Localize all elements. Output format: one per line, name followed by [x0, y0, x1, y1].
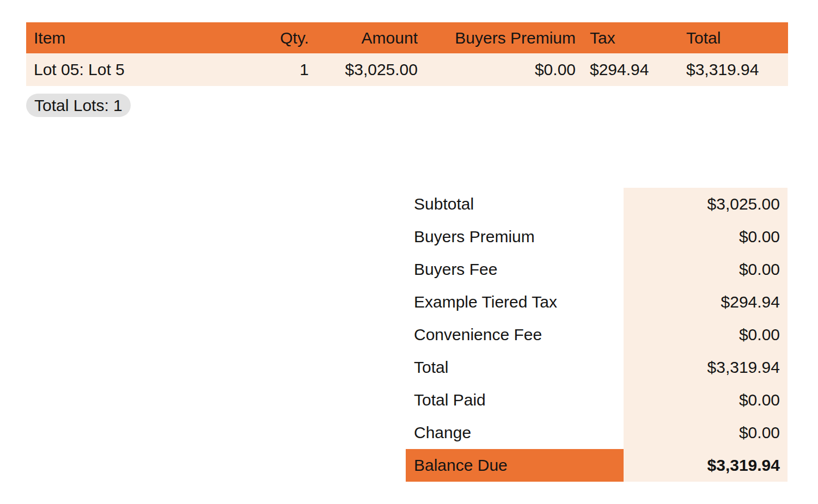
summary-value: $0.00 — [624, 416, 788, 449]
lots-table-header: Item Qty. Amount Buyers Premium Tax Tota… — [26, 22, 788, 53]
summary-row-buyers-premium: Buyers Premium $0.00 — [406, 220, 788, 253]
lot-tax-cell: $294.94 — [576, 60, 675, 79]
summary-value: $3,319.94 — [624, 351, 788, 384]
total-lots-badge: Total Lots: 1 — [26, 94, 131, 117]
summary-label: Buyers Fee — [406, 253, 624, 286]
summary-value: $0.00 — [624, 220, 788, 253]
summary-row-total: Total $3,319.94 — [406, 351, 788, 384]
summary-label: Buyers Premium — [406, 220, 624, 253]
summary-row-buyers-fee: Buyers Fee $0.00 — [406, 253, 788, 286]
summary-label: Change — [406, 416, 624, 449]
summary-value: $3,025.00 — [624, 188, 788, 220]
summary-label: Total — [406, 351, 624, 384]
lot-amount-cell: $3,025.00 — [309, 60, 418, 79]
summary-row-subtotal: Subtotal $3,025.00 — [406, 188, 788, 220]
column-header-tax: Tax — [576, 29, 675, 47]
column-header-buyers-premium: Buyers Premium — [418, 29, 576, 47]
lots-table: Item Qty. Amount Buyers Premium Tax Tota… — [26, 22, 788, 86]
summary-value: $0.00 — [624, 253, 788, 286]
summary-row-example-tiered-tax: Example Tiered Tax $294.94 — [406, 286, 788, 318]
summary-label: Total Paid — [406, 384, 624, 416]
column-header-qty: Qty. — [240, 29, 309, 47]
table-row: Lot 05: Lot 5 1 $3,025.00 $0.00 $294.94 … — [26, 53, 788, 86]
lot-item-cell: Lot 05: Lot 5 — [26, 60, 240, 79]
lot-qty-cell: 1 — [240, 60, 309, 79]
column-header-amount: Amount — [309, 29, 418, 47]
column-header-item: Item — [26, 29, 240, 47]
summary-value: $0.00 — [624, 318, 788, 351]
summary-row-change: Change $0.00 — [406, 416, 788, 449]
summary-row-balance-due: Balance Due $3,319.94 — [406, 449, 788, 482]
summary-row-total-paid: Total Paid $0.00 — [406, 384, 788, 416]
lot-total-cell: $3,319.94 — [675, 60, 788, 79]
summary-value: $0.00 — [624, 384, 788, 416]
invoice-summary: Subtotal $3,025.00 Buyers Premium $0.00 … — [406, 188, 788, 482]
summary-label: Subtotal — [406, 188, 624, 220]
column-header-total: Total — [675, 29, 788, 47]
balance-due-label: Balance Due — [406, 449, 624, 482]
summary-label: Example Tiered Tax — [406, 286, 624, 318]
lot-buyers-premium-cell: $0.00 — [418, 60, 576, 79]
summary-row-convenience-fee: Convenience Fee $0.00 — [406, 318, 788, 351]
balance-due-value: $3,319.94 — [624, 449, 788, 482]
summary-label: Convenience Fee — [406, 318, 624, 351]
summary-value: $294.94 — [624, 286, 788, 318]
